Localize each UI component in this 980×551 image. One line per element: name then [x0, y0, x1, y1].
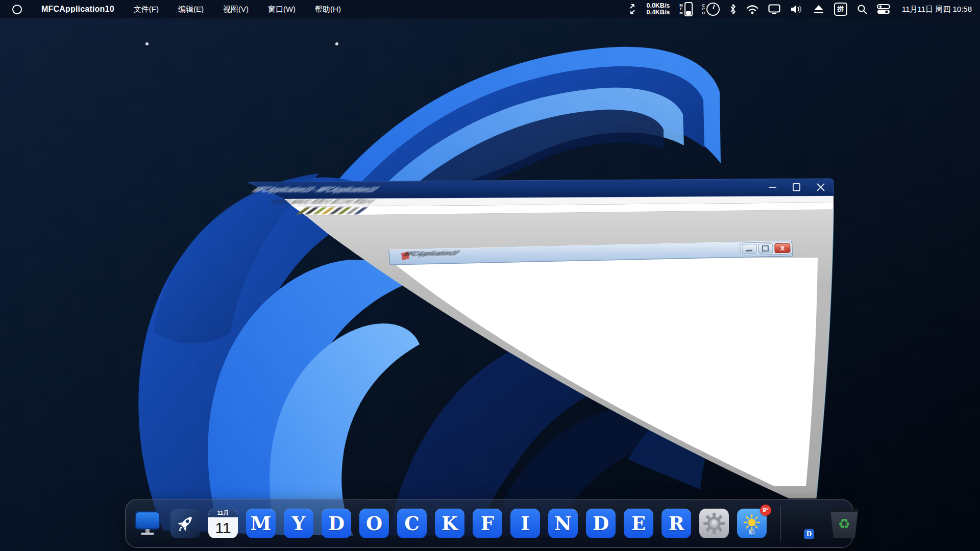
outer-window-menu-warped: 文件(F) 编辑(E) 视图(V) 窗口(W) 帮助(H) [266, 197, 395, 206]
display-icon[interactable] [768, 4, 780, 14]
inner-minimize-button [742, 244, 756, 254]
network-arrows-icon[interactable] [628, 4, 636, 14]
dock-item-weather[interactable]: 晴 9° [737, 509, 767, 538]
weather-condition: 晴 [737, 528, 767, 537]
menu-file[interactable]: 文件(F) [134, 5, 159, 14]
display-finder-icon [134, 511, 161, 536]
running-indicator-letter-D [335, 42, 338, 45]
dock-item-letter-M[interactable]: M [246, 509, 276, 538]
dock-item-letter-D[interactable]: D [322, 509, 351, 538]
cpu-gauge-icon[interactable]: C P U [702, 3, 720, 16]
inner-window-controls: X [740, 242, 793, 255]
gear-icon [703, 512, 725, 535]
calendar-day: 11 [208, 517, 238, 538]
dock-item-letter-E[interactable]: E [624, 509, 653, 538]
menu-edit[interactable]: 编辑(E) [178, 5, 204, 14]
dock-item-launchpad[interactable] [170, 509, 200, 538]
wifi-icon[interactable] [746, 5, 758, 14]
dock-item-letter-C[interactable]: C [397, 509, 427, 538]
rocket-icon [175, 513, 195, 534]
menu-help[interactable]: 帮助(H) [315, 5, 341, 14]
desktop: X MFCApplication10 - MFCApplication10 文件… [0, 0, 980, 551]
dock-item-letter-O[interactable]: O [359, 509, 389, 538]
dock-divider [780, 506, 780, 541]
mfc-application-window-warped: X MFCApplication10 - MFCApplication10 文件… [0, 0, 980, 551]
network-speed[interactable]: 0.0KB/s 0.4KB/s [646, 3, 670, 16]
calendar-month: 11月 [208, 509, 238, 517]
ime-badge[interactable]: 拼 [834, 3, 847, 16]
dock-item-letter-D2[interactable]: D [586, 509, 616, 538]
dock-item-letter-I[interactable]: I [510, 509, 540, 538]
outer-window-title-warped[interactable]: MFCApplication10 - MFCApplication10 [243, 182, 439, 198]
running-indicator-display [145, 42, 149, 45]
active-app-name[interactable]: MFCApplication10 [41, 5, 114, 14]
menu-view[interactable]: 视图(V) [223, 5, 249, 14]
clock[interactable]: 11月11日 周四 10:58 [902, 5, 972, 14]
inner-window-body [391, 258, 818, 486]
download-speed: 0.4KB/s [646, 9, 670, 16]
dock-minimized-window[interactable]: D [804, 529, 814, 539]
bluetooth-icon[interactable] [729, 4, 737, 15]
dock-item-letter-F[interactable]: F [473, 509, 502, 538]
inner-maximize-button [758, 244, 773, 254]
eject-icon[interactable] [813, 5, 824, 14]
dock-item-recycle-bin[interactable]: ♻ [828, 509, 860, 538]
dock-item-letter-K[interactable]: K [435, 509, 464, 538]
menu-window[interactable]: 窗口(W) [268, 5, 296, 14]
dock-item-calendar[interactable]: 11月 11 [208, 509, 238, 538]
dock-item-letter-N[interactable]: N [548, 509, 578, 538]
dock-item-display-finder[interactable] [133, 509, 162, 538]
search-icon[interactable] [857, 4, 867, 14]
recycle-icon: ♻ [838, 517, 850, 531]
dock: 11月 11 M Y D O C K F I N D E R [125, 499, 853, 548]
weather-temperature-badge: 9° [760, 505, 771, 516]
toolbar-icon-streaks [297, 207, 368, 214]
memory-gauge-icon[interactable]: M E M [679, 2, 692, 16]
dock-item-settings[interactable] [699, 509, 729, 538]
dock-item-letter-Y[interactable]: Y [284, 509, 313, 538]
volume-icon[interactable] [790, 4, 803, 14]
menu-bar: MFCApplication10 文件(F) 编辑(E) 视图(V) 窗口(W)… [0, 0, 980, 18]
dock-item-letter-R[interactable]: R [662, 509, 691, 538]
system-menu-icon[interactable] [12, 5, 22, 14]
svg-text:X: X [780, 244, 785, 252]
control-center-icon[interactable] [877, 4, 890, 14]
